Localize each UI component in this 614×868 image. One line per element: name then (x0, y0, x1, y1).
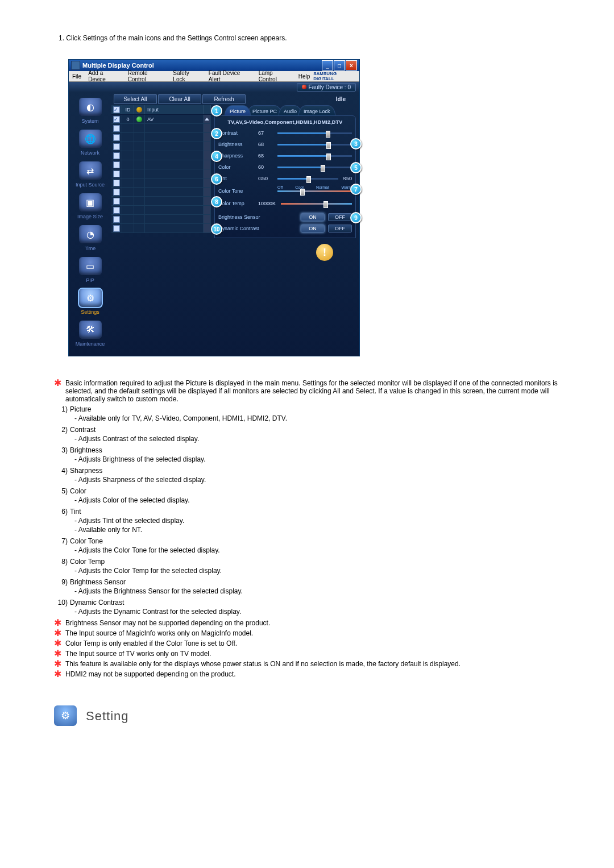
callout-5: 5 (350, 162, 362, 173)
maximize-button[interactable]: □ (334, 60, 345, 70)
device-row[interactable] (111, 124, 211, 133)
slider-contrast[interactable] (277, 131, 352, 135)
slider-color-temp[interactable] (281, 201, 352, 206)
menu-file[interactable]: File (69, 73, 85, 80)
menu-help[interactable]: Help (295, 73, 314, 80)
scroll-gutter[interactable] (204, 215, 211, 224)
sidebar-icon-network[interactable]: 🌐 (79, 130, 102, 148)
device-checkbox[interactable] (113, 198, 120, 205)
brightness-sensor-off-button[interactable]: OFF (328, 213, 352, 221)
device-row[interactable] (111, 206, 211, 215)
scroll-gutter[interactable] (204, 197, 211, 206)
row-tint: Tint G50 R50 (218, 173, 352, 184)
device-row[interactable]: 0AV (111, 115, 211, 124)
numbered-item: 2)Contrast (54, 426, 563, 434)
device-row[interactable] (111, 151, 211, 160)
minimize-button[interactable]: _ (322, 60, 333, 70)
scroll-gutter[interactable] (204, 115, 211, 124)
item-subline: - Adjusts Brightness of the selected dis… (74, 455, 563, 463)
sidebar-icon-input-source[interactable]: ⇄ (79, 161, 102, 180)
scroll-gutter[interactable] (204, 206, 211, 215)
select-all-button[interactable]: Select All (114, 94, 157, 104)
tab-picture[interactable]: Picture (225, 105, 251, 115)
faulty-device-button[interactable]: Faulty Device : 0 (297, 83, 356, 92)
scroll-gutter[interactable] (204, 133, 211, 142)
device-row[interactable] (111, 160, 211, 169)
item-label: Color Tone (70, 537, 103, 545)
sidebar-icon-settings[interactable]: ⚙ (79, 289, 102, 307)
device-row[interactable] (111, 215, 211, 224)
row-brightness: Brightness 68 (218, 139, 352, 150)
menu-safety-lock[interactable]: Safety Lock (169, 70, 205, 82)
device-checkbox[interactable] (113, 171, 120, 177)
device-checkbox[interactable] (113, 207, 120, 214)
tab-picture-pc[interactable]: Picture PC (247, 105, 282, 115)
header-check-icon[interactable] (113, 106, 120, 113)
scroll-gutter[interactable] (204, 142, 211, 151)
scroll-gutter[interactable] (204, 169, 211, 178)
scroll-gutter[interactable] (204, 160, 211, 169)
scroll-gutter[interactable] (204, 188, 211, 197)
refresh-button[interactable]: Refresh (202, 94, 246, 104)
device-checkbox[interactable] (113, 180, 120, 186)
device-checkbox[interactable] (113, 134, 120, 141)
sidebar-icon-system[interactable]: ◐ (79, 98, 102, 116)
scroll-gutter-header (204, 105, 211, 114)
close-button[interactable]: × (346, 60, 357, 70)
sidebar-label-pip: PIP (86, 277, 94, 283)
app-window: Multiple Display Control _ □ × File Add … (68, 59, 360, 356)
value-color: 60 (258, 164, 277, 170)
dynamic-contrast-on-button[interactable]: ON (301, 225, 325, 232)
sidebar-icon-maintenance[interactable]: 🛠 (79, 321, 102, 339)
device-id (122, 197, 134, 206)
menu-fault-device-alert[interactable]: Fault Device Alert (205, 70, 255, 82)
slider-tint[interactable] (277, 176, 338, 181)
device-row[interactable] (111, 178, 211, 188)
device-row[interactable] (111, 197, 211, 206)
slider-color[interactable] (277, 165, 352, 169)
device-id (122, 124, 134, 133)
menu-lamp-control[interactable]: Lamp Control (255, 70, 295, 82)
label-brightness: Brightness (218, 142, 258, 147)
device-row[interactable] (111, 188, 211, 197)
scroll-gutter[interactable] (204, 224, 211, 233)
slider-brightness[interactable] (277, 142, 352, 147)
device-row[interactable] (111, 169, 211, 178)
star-text: Color Temp is only enabled if the Color … (65, 639, 563, 647)
sidebar-icon-time[interactable]: ◔ (79, 225, 102, 243)
star-text: This feature is available only for the d… (65, 660, 563, 668)
scroll-up-icon[interactable] (205, 118, 209, 121)
tab-image-lock[interactable]: Image Lock (298, 105, 335, 115)
device-checkbox[interactable] (113, 125, 120, 132)
device-checkbox[interactable] (113, 161, 120, 168)
slider-color-tone[interactable]: Off Cool Normal Warm (277, 189, 352, 193)
status-bar: Faulty Device : 0 (69, 82, 359, 92)
scroll-gutter[interactable] (204, 178, 211, 188)
slider-sharpness[interactable] (277, 153, 352, 158)
device-checkbox[interactable] (113, 189, 120, 196)
device-row[interactable] (111, 142, 211, 151)
scroll-gutter[interactable] (204, 124, 211, 133)
device-checkbox[interactable] (113, 152, 120, 159)
item-subline: - Adjusts the Color Tone for the selecte… (74, 546, 563, 554)
star-icon: ✱ (54, 639, 65, 647)
device-checkbox[interactable] (113, 116, 120, 123)
item-number: 1) (54, 405, 70, 413)
sidebar-icon-image-size[interactable]: ▣ (79, 193, 102, 211)
menu-add-device[interactable]: Add a Device (85, 70, 125, 82)
dynamic-contrast-off-button[interactable]: OFF (328, 225, 352, 232)
device-row[interactable] (111, 224, 211, 233)
sidebar-icon-pip[interactable]: ▭ (79, 257, 102, 275)
intro-text: 1. Click Settings of the main icons and … (59, 34, 563, 42)
scroll-gutter[interactable] (204, 151, 211, 160)
sidebar-label-time: Time (85, 246, 96, 251)
device-checkbox[interactable] (113, 216, 120, 223)
device-checkbox[interactable] (113, 143, 120, 150)
device-checkbox[interactable] (113, 225, 120, 232)
clear-all-button[interactable]: Clear All (158, 94, 201, 104)
device-row[interactable] (111, 133, 211, 142)
value-contrast: 67 (258, 130, 277, 136)
menu-remote-control[interactable]: Remote Control (125, 70, 170, 82)
brightness-sensor-on-button[interactable]: ON (301, 213, 325, 221)
star-text: Brightness Sensor may not be supported d… (65, 619, 563, 627)
